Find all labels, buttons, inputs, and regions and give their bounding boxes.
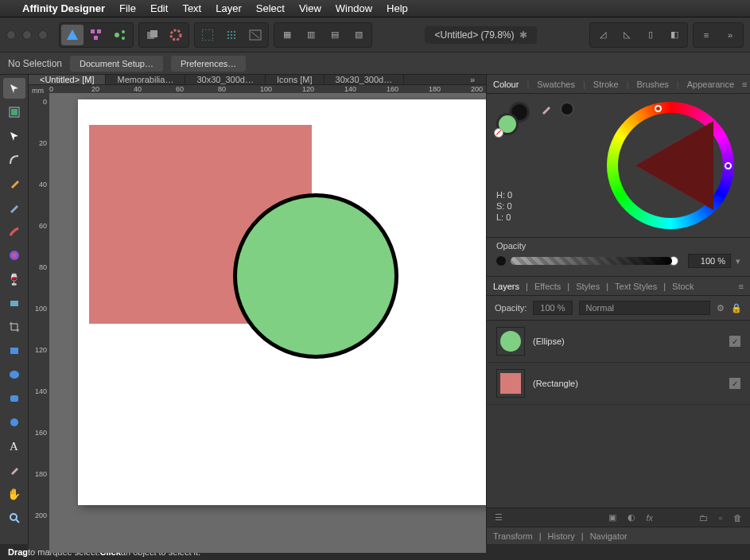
- layer-item[interactable]: (Ellipse) ✓: [487, 321, 750, 363]
- fliph-icon[interactable]: ◿: [592, 25, 614, 45]
- zoom-tool[interactable]: [3, 508, 25, 528]
- menu-select[interactable]: Select: [256, 2, 285, 14]
- none-swatch-icon[interactable]: [494, 128, 503, 138]
- doctab-0[interactable]: <Untitled> [M]: [29, 75, 106, 84]
- menu-window[interactable]: Window: [336, 2, 372, 14]
- snap1-icon[interactable]: [196, 25, 219, 45]
- panel-menu-icon[interactable]: ≡: [742, 80, 747, 89]
- persona-designer[interactable]: [61, 25, 84, 45]
- opacity-value[interactable]: 100 %: [688, 254, 731, 268]
- layers-menu-icon[interactable]: ≡: [739, 282, 744, 291]
- colour-picker-tool[interactable]: [3, 460, 25, 480]
- arrange-front-icon[interactable]: [141, 25, 163, 45]
- layer-visible-checkbox[interactable]: ✓: [729, 378, 740, 389]
- pencil-tool[interactable]: [3, 197, 25, 218]
- sv-handle[interactable]: [725, 162, 732, 169]
- doctab-1[interactable]: Memorabilia…: [106, 75, 185, 84]
- cog-tool[interactable]: [3, 412, 25, 433]
- rounded-rect-tool[interactable]: [3, 388, 25, 409]
- menu-view[interactable]: View: [299, 2, 321, 14]
- tab-navigator[interactable]: Navigator: [590, 531, 628, 541]
- layer-lock-icon[interactable]: 🔒: [731, 303, 742, 313]
- document-setup-button[interactable]: Document Setup…: [70, 56, 163, 72]
- rotl-icon[interactable]: ▯: [639, 25, 662, 45]
- menu-text[interactable]: Text: [182, 2, 201, 14]
- crop-tool-icon[interactable]: [3, 293, 25, 313]
- preferences-button[interactable]: Preferences…: [171, 56, 246, 72]
- arrange-back-icon[interactable]: [165, 25, 187, 45]
- tab-effects[interactable]: Effects: [534, 282, 561, 291]
- persona-pixel[interactable]: [85, 25, 107, 45]
- chevrons-icon[interactable]: »: [719, 25, 741, 45]
- text-tool[interactable]: A: [3, 436, 25, 457]
- shape-ellipse[interactable]: [233, 193, 398, 359]
- rotr-icon[interactable]: ◧: [663, 25, 686, 45]
- colour-wheel[interactable]: [607, 102, 734, 229]
- delete-layer-icon[interactable]: 🗑: [733, 513, 742, 523]
- doctab-4[interactable]: 30x30_300d…: [324, 75, 405, 84]
- eyedropper-icon[interactable]: [539, 102, 555, 118]
- menu-layer[interactable]: Layer: [216, 2, 242, 14]
- fill-stroke-swatch[interactable]: [496, 102, 530, 135]
- doctab-overflow-icon[interactable]: »: [459, 75, 486, 84]
- persona-export[interactable]: [109, 25, 131, 45]
- document-title[interactable]: <Untitled> (79.8%) ✱: [425, 26, 536, 44]
- opacity-dropdown-icon[interactable]: ▾: [736, 256, 740, 266]
- corner-tool[interactable]: [3, 150, 25, 170]
- blend-mode-select[interactable]: Normal: [579, 301, 710, 315]
- artboard-tool[interactable]: [3, 102, 25, 122]
- app-name[interactable]: Affinity Designer: [22, 2, 105, 14]
- tab-stroke[interactable]: Stroke: [593, 80, 619, 89]
- tab-history[interactable]: History: [548, 531, 575, 541]
- transparency-tool[interactable]: 🍷: [3, 269, 25, 290]
- new-layer-icon[interactable]: ▫: [719, 513, 722, 523]
- window-max[interactable]: [38, 30, 48, 40]
- ruler-horizontal[interactable]: mm 0 20 40 60 80 100 120 140 160 180 200: [29, 85, 486, 93]
- tab-swatches[interactable]: Swatches: [537, 80, 575, 89]
- mask-icon[interactable]: ▣: [608, 512, 616, 523]
- vector-crop-tool[interactable]: [3, 317, 25, 337]
- ellipse-tool[interactable]: [3, 364, 25, 385]
- menu-edit[interactable]: Edit: [150, 2, 168, 14]
- rectangle-tool[interactable]: [3, 340, 25, 361]
- canvas[interactable]: [49, 93, 486, 553]
- fx-icon[interactable]: fx: [647, 513, 654, 523]
- tab-textstyles[interactable]: Text Styles: [615, 282, 657, 291]
- move-tool[interactable]: [3, 78, 25, 99]
- snap2-icon[interactable]: [220, 25, 243, 45]
- tab-transform[interactable]: Transform: [493, 531, 533, 541]
- more-icon[interactable]: ≡: [695, 25, 717, 45]
- window-close[interactable]: [6, 30, 16, 40]
- fill-tool[interactable]: [3, 245, 25, 266]
- layer-stack-icon[interactable]: ☰: [495, 512, 503, 523]
- adjust-icon[interactable]: ◐: [628, 512, 635, 523]
- tab-stock[interactable]: Stock: [672, 282, 694, 291]
- align1-icon[interactable]: ▦: [276, 25, 298, 45]
- doctab-2[interactable]: 30x30_300d…: [185, 75, 266, 84]
- window-min[interactable]: [22, 30, 32, 40]
- hue-handle[interactable]: [655, 105, 662, 112]
- opacity-slider[interactable]: [511, 257, 672, 265]
- ruler-vertical[interactable]: 0 20 40 60 80 100 120 140 160 180 200: [29, 93, 49, 553]
- new-group-icon[interactable]: 🗀: [699, 513, 708, 523]
- tab-brushes[interactable]: Brushes: [636, 80, 668, 89]
- pen-tool[interactable]: [3, 173, 25, 194]
- layer-gear-icon[interactable]: ⚙: [717, 303, 725, 313]
- layer-opacity-value[interactable]: 100 %: [533, 301, 572, 315]
- colour-triangle[interactable]: [635, 121, 713, 210]
- hand-tool[interactable]: ✋: [3, 484, 25, 504]
- tab-appearance[interactable]: Appearance: [687, 80, 734, 89]
- align4-icon[interactable]: ▧: [348, 25, 370, 45]
- menu-file[interactable]: File: [119, 2, 136, 14]
- doctab-3[interactable]: Icons [M]: [266, 75, 324, 84]
- tab-styles[interactable]: Styles: [576, 282, 600, 291]
- tab-layers[interactable]: Layers: [493, 282, 519, 291]
- node-tool[interactable]: [3, 126, 25, 146]
- snap3-icon[interactable]: [244, 25, 266, 45]
- layer-visible-checkbox[interactable]: ✓: [729, 336, 740, 347]
- flipv-icon[interactable]: ◺: [616, 25, 638, 45]
- align2-icon[interactable]: ▥: [300, 25, 322, 45]
- layer-item[interactable]: (Rectangle) ✓: [487, 363, 750, 405]
- menu-help[interactable]: Help: [387, 2, 408, 14]
- brush-tool[interactable]: [3, 221, 25, 242]
